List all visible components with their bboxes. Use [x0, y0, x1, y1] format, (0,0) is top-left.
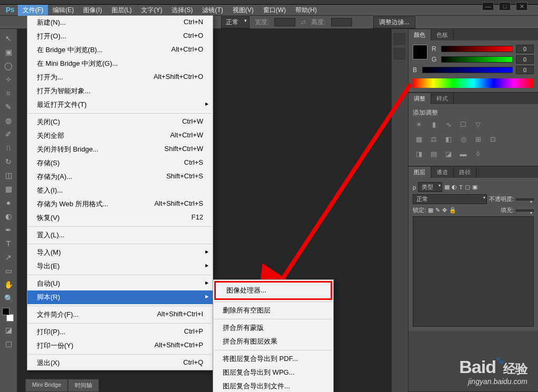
menu-layer[interactable]: 图层(L) [107, 5, 137, 16]
threshold-icon[interactable]: ◪ [443, 150, 454, 158]
submenu-item[interactable]: 图层复合导出到 WPG... [213, 366, 333, 379]
submenu-item[interactable]: 图层复合导出到文件... [213, 379, 333, 392]
height-field[interactable] [331, 18, 352, 26]
submenu-item[interactable]: 拼合所有图层效果 [213, 335, 333, 348]
balance-icon[interactable]: ⚖ [429, 135, 439, 144]
opacity-field[interactable] [516, 198, 534, 200]
tab-swatches[interactable]: 色板 [431, 29, 454, 41]
menu-item[interactable]: 文件简介(F)...Alt+Shift+Ctrl+I [27, 308, 213, 321]
color-swatch-tool[interactable] [2, 308, 15, 323]
stamp-tool-icon[interactable]: ⎍ [2, 142, 15, 154]
curves-icon[interactable]: ∿ [443, 120, 454, 129]
menu-item[interactable]: 退出(X)Ctrl+Q [27, 356, 213, 370]
menu-item[interactable]: 自动(U) [27, 277, 213, 290]
filter-smart-icon[interactable]: ▣ [472, 184, 477, 190]
menu-item[interactable]: 恢复(V)F12 [27, 211, 213, 225]
menu-item[interactable]: 关闭全部Alt+Ctrl+W [27, 129, 213, 143]
menu-item[interactable]: 在 Bridge 中浏览(B)...Alt+Ctrl+O [27, 43, 213, 57]
tab-channels[interactable]: 通道 [431, 167, 454, 178]
gradient-map-icon[interactable]: ▬ [458, 150, 469, 158]
tab-color[interactable]: 颜色 [409, 29, 431, 41]
hue-icon[interactable]: ▦ [414, 135, 424, 144]
menu-item[interactable]: 脚本(R) [27, 290, 213, 304]
menu-item[interactable]: 最近打开文件(T) [27, 98, 213, 112]
tab-paths[interactable]: 路径 [454, 167, 476, 178]
maximize-button[interactable]: □ [499, 2, 511, 11]
invert-icon[interactable]: ◨ [414, 150, 424, 158]
foreground-swatch[interactable] [413, 45, 427, 59]
menu-item[interactable]: 在 Mini Bridge 中浏览(G)... [27, 57, 213, 71]
menu-item[interactable]: 打开为...Alt+Shift+Ctrl+O [27, 71, 213, 84]
spectrum-bar[interactable] [413, 78, 534, 88]
history-panel-icon[interactable] [394, 33, 405, 45]
blend-mode-dropdown[interactable]: 正常 [413, 194, 487, 204]
menu-item[interactable]: 新建(N)...Ctrl+N [27, 16, 213, 29]
submenu-image-processor[interactable]: 图像处理器... [217, 284, 330, 297]
tab-mini-bridge[interactable]: Mini Bridge [25, 379, 68, 392]
eraser-tool-icon[interactable]: ◫ [2, 169, 15, 182]
r-value[interactable]: 0 [516, 45, 534, 53]
menu-item[interactable]: 导出(E) [27, 259, 213, 273]
exposure-icon[interactable]: ☐ [458, 120, 469, 129]
mixer-icon[interactable]: ⊞ [473, 135, 483, 144]
vibrance-icon[interactable]: ▽ [473, 120, 483, 129]
menu-item[interactable]: 打开为智能对象... [27, 84, 213, 98]
gradient-tool-icon[interactable]: ▦ [2, 183, 15, 195]
path-tool-icon[interactable]: ↗ [2, 251, 15, 264]
layer-filter-dropdown[interactable]: 类型 [418, 182, 442, 192]
history-brush-icon[interactable]: ↻ [2, 155, 15, 168]
brightness-icon[interactable]: ☀ [414, 120, 424, 129]
r-slider[interactable] [441, 46, 513, 52]
refine-edge-button[interactable]: 调整边缘... [373, 16, 415, 28]
lasso-tool-icon[interactable]: ◯ [2, 59, 15, 72]
menu-item[interactable]: 打印(P)...Ctrl+P [27, 325, 213, 339]
pen-tool-icon[interactable]: ✒ [2, 224, 15, 236]
tab-adjustments[interactable]: 调整 [409, 93, 431, 104]
type-tool-icon[interactable]: T [2, 237, 15, 250]
filter-type-icon[interactable]: T [459, 184, 463, 190]
menu-item[interactable]: 存储为 Web 所用格式...Alt+Shift+Ctrl+S [27, 197, 213, 211]
filter-adjust-icon[interactable]: ◐ [452, 184, 457, 190]
filter-shape-icon[interactable]: ▢ [465, 184, 470, 190]
eyedropper-tool-icon[interactable]: ✎ [2, 100, 15, 113]
bw-icon[interactable]: ◧ [443, 135, 454, 144]
g-slider[interactable] [441, 56, 513, 63]
b-value[interactable]: 0 [516, 66, 534, 74]
dodge-tool-icon[interactable]: ◐ [2, 210, 15, 223]
menu-item[interactable]: 签入(I)... [27, 184, 213, 197]
move-tool-icon[interactable]: ↖ [2, 32, 15, 45]
lock-position-icon[interactable]: ✎ [435, 207, 440, 214]
lock-move-icon[interactable]: ✥ [442, 207, 447, 214]
selective-icon[interactable]: ◊ [473, 150, 483, 158]
menu-item[interactable]: 打开(O)...Ctrl+O [27, 29, 213, 43]
menu-type[interactable]: 文字(Y) [136, 5, 167, 16]
menu-item[interactable]: 关闭并转到 Bridge...Shift+Ctrl+W [27, 143, 213, 156]
menu-view[interactable]: 视图(V) [228, 5, 258, 16]
menu-edit[interactable]: 编辑(E) [48, 5, 78, 16]
lock-all-icon[interactable]: 🔒 [449, 207, 456, 214]
levels-icon[interactable]: ▮ [429, 120, 439, 129]
submenu-item[interactable]: 拼合所有蒙版 [213, 321, 333, 335]
menu-item[interactable]: 置入(L)... [27, 228, 213, 242]
lut-icon[interactable]: ⊡ [487, 135, 498, 144]
blur-tool-icon[interactable]: ● [2, 196, 15, 209]
menu-item[interactable]: 存储(S)Ctrl+S [27, 156, 213, 170]
submenu-item[interactable]: 删除所有空图层 [213, 304, 333, 317]
zoom-tool-icon[interactable]: 🔍 [2, 292, 15, 305]
heal-tool-icon[interactable]: ◍ [2, 114, 15, 127]
lock-pixels-icon[interactable]: ▦ [428, 207, 433, 214]
brush-tool-icon[interactable]: ✐ [2, 128, 15, 140]
menu-item[interactable]: 导入(M) [27, 246, 213, 259]
b-slider[interactable] [422, 67, 513, 73]
wand-tool-icon[interactable]: ✧ [2, 73, 15, 86]
layer-list[interactable] [413, 216, 534, 327]
submenu-item[interactable]: 将图层复合导出到 PDF... [213, 352, 333, 366]
tab-timeline[interactable]: 时间轴 [68, 379, 99, 392]
menu-select[interactable]: 选择(S) [167, 5, 197, 16]
photo-filter-icon[interactable]: ◎ [458, 135, 469, 144]
menu-help[interactable]: 帮助(H) [291, 5, 322, 16]
minimize-button[interactable]: — [482, 2, 494, 11]
width-field[interactable] [274, 18, 295, 26]
menu-item[interactable]: 存储为(A)...Shift+Ctrl+S [27, 170, 213, 184]
g-value[interactable]: 0 [516, 55, 534, 64]
